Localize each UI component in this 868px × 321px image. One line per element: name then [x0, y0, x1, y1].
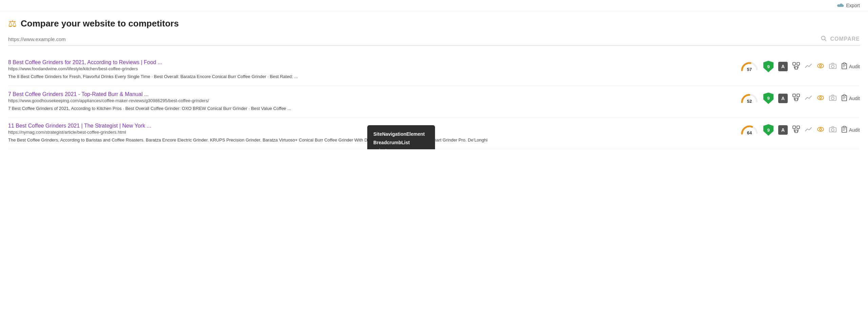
- result-actions-1: 57 9 A: [740, 59, 860, 72]
- svg-rect-2: [793, 62, 795, 65]
- scales-icon: ⚖: [8, 18, 17, 29]
- result-content-1: 8 Best Coffee Grinders for 2021, Accordi…: [8, 59, 740, 80]
- audit-button-3[interactable]: Audit: [841, 126, 860, 134]
- results-list: 8 Best Coffee Grinders for 2021, Accordi…: [8, 54, 860, 149]
- svg-rect-29: [843, 95, 845, 96]
- trend-icon-2: [805, 95, 812, 101]
- result-snippet-1: The 8 Best Coffee Grinders for Fresh, Fl…: [8, 73, 733, 80]
- audit-label-3: Audit: [849, 127, 860, 133]
- table-row: 8 Best Coffee Grinders for 2021, Accordi…: [8, 54, 860, 86]
- table-row: 7 Best Coffee Grinders 2021 - Top-Rated …: [8, 86, 860, 118]
- result-url-1: https://www.foodandwine.com/lifestyle/ki…: [8, 66, 733, 71]
- svg-point-40: [820, 128, 822, 130]
- eye-icon-1[interactable]: [817, 63, 824, 70]
- shield-badge-3: 9: [763, 124, 773, 136]
- result-actions-3: 64 9 A: [740, 123, 860, 136]
- svg-point-42: [831, 129, 834, 131]
- audit-label-1: Audit: [849, 64, 860, 69]
- a-badge-3: A: [778, 125, 788, 135]
- top-bar: Export: [0, 0, 868, 11]
- svg-point-9: [818, 64, 824, 68]
- page-header: ⚖ Compare your website to competitors: [8, 18, 860, 29]
- svg-point-39: [818, 127, 824, 131]
- search-bar: COMPARE: [8, 35, 860, 46]
- shield-badge-1: 9: [763, 61, 773, 72]
- result-actions-2: 52 9 A: [740, 91, 860, 104]
- a-badge-1: A: [778, 62, 788, 71]
- cloud-upload-icon: [837, 3, 844, 8]
- page-title: Compare your website to competitors: [21, 18, 179, 29]
- schema-icon-1[interactable]: [792, 62, 800, 71]
- result-snippet-2: 7 Best Coffee Grinders of 2021, Accordin…: [8, 105, 733, 112]
- result-title-1[interactable]: 8 Best Coffee Grinders for 2021, Accordi…: [8, 59, 733, 65]
- camera-icon-3[interactable]: [829, 126, 836, 134]
- clipboard-icon-3: [841, 126, 847, 134]
- score-gauge-2: 52: [740, 93, 759, 104]
- score-gauge-3: 64: [740, 125, 759, 135]
- clipboard-icon-2: [841, 94, 847, 102]
- main-container: ⚖ Compare your website to competitors CO…: [0, 11, 868, 149]
- score-number-2: 52: [747, 99, 752, 104]
- camera-icon-2[interactable]: [829, 95, 836, 102]
- svg-rect-32: [793, 126, 795, 129]
- a-badge-2: A: [778, 94, 788, 103]
- clipboard-icon-1: [841, 62, 847, 71]
- schema-popup: SiteNavigationElement BreadcrumbList Lis…: [367, 125, 435, 149]
- result-title-2[interactable]: 7 Best Coffee Grinders 2021 - Top-Rated …: [8, 91, 733, 97]
- svg-point-10: [820, 65, 822, 67]
- svg-point-25: [820, 97, 822, 99]
- schema-item-1: BreadcrumbList: [373, 138, 429, 147]
- export-label: Export: [846, 3, 860, 8]
- camera-icon-1[interactable]: [829, 63, 836, 70]
- svg-rect-33: [797, 126, 800, 129]
- schema-icon-3[interactable]: [792, 126, 800, 135]
- score-number-3: 64: [747, 130, 752, 135]
- score-gauge-1: 57: [740, 61, 759, 72]
- schema-icon-2[interactable]: [792, 94, 800, 103]
- svg-rect-3: [797, 62, 800, 65]
- audit-label-2: Audit: [849, 96, 860, 101]
- trend-icon-1: [805, 63, 812, 70]
- result-url-2: https://www.goodhousekeeping.com/applian…: [8, 98, 733, 103]
- svg-point-27: [831, 97, 834, 100]
- shield-badge-2: 9: [763, 93, 773, 104]
- svg-rect-14: [843, 63, 845, 64]
- search-button[interactable]: [821, 35, 827, 43]
- svg-rect-17: [793, 94, 795, 97]
- audit-button-2[interactable]: Audit: [841, 94, 860, 102]
- svg-rect-18: [797, 94, 800, 97]
- url-input[interactable]: [8, 36, 817, 42]
- svg-rect-44: [843, 126, 845, 128]
- trend-icon-3: [805, 127, 812, 133]
- eye-icon-3[interactable]: [817, 127, 824, 133]
- svg-point-12: [831, 65, 834, 68]
- search-compare-area: COMPARE: [821, 35, 860, 43]
- score-number-1: 57: [747, 67, 752, 72]
- schema-item-2: ListItem: [373, 147, 429, 149]
- schema-item-0: SiteNavigationElement: [373, 130, 429, 138]
- svg-point-24: [818, 96, 824, 100]
- result-content-2: 7 Best Coffee Grinders 2021 - Top-Rated …: [8, 91, 740, 112]
- eye-icon-2[interactable]: [817, 95, 824, 102]
- export-button[interactable]: Export: [837, 3, 860, 8]
- compare-label: COMPARE: [830, 36, 860, 42]
- svg-line-1: [825, 39, 826, 41]
- audit-button-1[interactable]: Audit: [841, 62, 860, 71]
